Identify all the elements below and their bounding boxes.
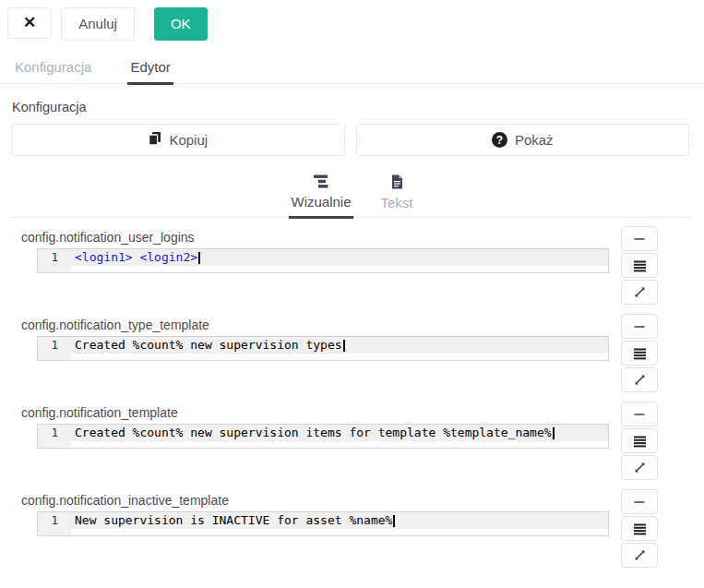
- code-line[interactable]: New supervision is INACTIVE for asset %n…: [71, 512, 608, 529]
- code-editor[interactable]: 1 Created %count% new supervision types: [37, 336, 609, 361]
- editor-side-buttons: [621, 314, 658, 392]
- tab-wizualnie-label: Wizualnie: [291, 194, 351, 210]
- top-toolbar: ✕ Anuluj OK: [0, 0, 704, 41]
- code-area[interactable]: <login1> <login2>: [71, 249, 608, 272]
- field-label: config.notification_template: [21, 405, 704, 420]
- diagonal-resize-icon: [633, 548, 647, 562]
- field-label: config.notification_type_template: [21, 318, 704, 332]
- main-tab-bar: Konfiguracja Edytor: [0, 41, 704, 84]
- resize-button[interactable]: [621, 280, 658, 305]
- copy-icon: [148, 131, 161, 149]
- show-button-label: Pokaż: [515, 132, 554, 148]
- text-cursor: [198, 252, 200, 264]
- line-number: 1: [38, 249, 58, 266]
- tab-wizualnie[interactable]: Wizualnie: [289, 174, 352, 219]
- resize-button[interactable]: [621, 543, 658, 568]
- tree-list-icon: [313, 174, 328, 191]
- line-number: 1: [38, 425, 58, 441]
- diagonal-resize-icon: [633, 461, 647, 474]
- minimize-button[interactable]: [621, 226, 658, 251]
- text-cursor: [343, 340, 345, 352]
- line-number-gutter: 1: [38, 337, 71, 360]
- close-button[interactable]: ✕: [7, 7, 52, 39]
- minus-icon: [632, 319, 647, 334]
- question-circle-icon: ?: [492, 132, 507, 148]
- section-title: Konfiguracja: [12, 100, 704, 114]
- field-block: config.notification_inactive_template 1 …: [0, 493, 704, 536]
- minus-icon: [632, 495, 647, 510]
- field-block: config.notification_user_logins 1 <login…: [0, 230, 704, 273]
- code-editor[interactable]: 1 <login1> <login2>: [37, 248, 609, 273]
- field-block: config.notification_type_template 1 Crea…: [0, 318, 704, 361]
- line-number: 1: [38, 337, 58, 354]
- line-number-gutter: 1: [38, 249, 71, 272]
- ok-button[interactable]: OK: [154, 7, 208, 41]
- show-button[interactable]: ? Pokaż: [356, 124, 690, 156]
- justify-button[interactable]: [621, 516, 658, 541]
- text-cursor: [393, 515, 395, 527]
- justify-lines-icon: [633, 435, 647, 448]
- resize-button[interactable]: [621, 455, 658, 480]
- code-area[interactable]: New supervision is INACTIVE for asset %n…: [71, 512, 608, 535]
- tab-tekst-label: Tekst: [381, 195, 413, 210]
- editor-side-buttons: [621, 226, 658, 305]
- diagonal-resize-icon: [633, 373, 647, 387]
- justify-button[interactable]: [621, 341, 658, 366]
- text-cursor: [553, 427, 555, 439]
- editor-mode-tab-bar: Wizualnie Tekst: [11, 174, 693, 218]
- editor-side-buttons: [621, 489, 658, 568]
- justify-lines-icon: [633, 259, 647, 272]
- justify-button[interactable]: [621, 253, 658, 278]
- code-area[interactable]: Created %count% new supervision types: [71, 337, 608, 360]
- minimize-button[interactable]: [621, 314, 658, 339]
- code-editor[interactable]: 1 Created %count% new supervision items …: [37, 424, 609, 449]
- justify-lines-icon: [633, 347, 647, 360]
- code-line[interactable]: Created %count% new supervision types: [71, 337, 608, 354]
- field-label: config.notification_user_logins: [21, 230, 704, 245]
- code-line[interactable]: Created %count% new supervision items fo…: [71, 425, 608, 441]
- file-text-icon: [391, 174, 403, 192]
- minimize-button[interactable]: [621, 489, 658, 514]
- line-number: 1: [38, 512, 58, 529]
- field-block: config.notification_template 1 Created %…: [0, 405, 704, 449]
- copy-button-label: Kopiuj: [169, 132, 208, 148]
- code-editor[interactable]: 1 New supervision is INACTIVE for asset …: [37, 511, 609, 536]
- copy-button[interactable]: Kopiuj: [11, 124, 345, 156]
- close-icon: ✕: [23, 14, 36, 31]
- minimize-button[interactable]: [621, 402, 658, 426]
- justify-lines-icon: [633, 522, 647, 535]
- justify-button[interactable]: [621, 428, 658, 453]
- field-label: config.notification_inactive_template: [21, 493, 704, 508]
- minus-icon: [632, 407, 647, 422]
- diagonal-resize-icon: [633, 285, 647, 299]
- action-button-row: Kopiuj ? Pokaż: [11, 124, 689, 156]
- code-area[interactable]: Created %count% new supervision items fo…: [71, 425, 608, 448]
- editor-side-buttons: [621, 402, 658, 480]
- minus-icon: [632, 232, 647, 246]
- code-line[interactable]: <login1> <login2>: [71, 249, 608, 266]
- resize-button[interactable]: [621, 367, 658, 392]
- tab-konfiguracja[interactable]: Konfiguracja: [12, 59, 94, 83]
- fields-container: config.notification_user_logins 1 <login…: [0, 230, 704, 536]
- line-number-gutter: 1: [38, 425, 71, 448]
- line-number-gutter: 1: [38, 512, 71, 535]
- cancel-button[interactable]: Anuluj: [61, 7, 135, 41]
- tab-edytor[interactable]: Edytor: [127, 59, 173, 85]
- tab-tekst[interactable]: Tekst: [379, 174, 415, 217]
